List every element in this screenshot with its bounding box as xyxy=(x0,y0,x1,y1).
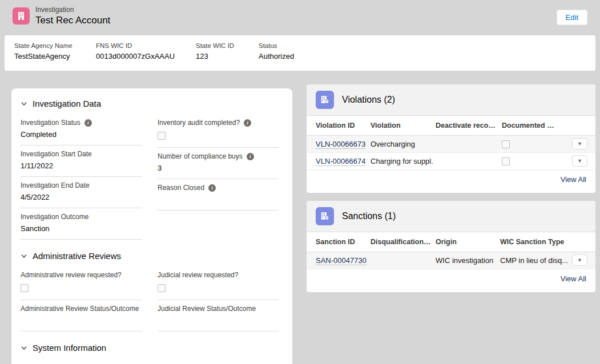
system-information-fields: Business Name Test Rec Account Created B… xyxy=(21,358,283,364)
field-label: Inventory audit completed? xyxy=(158,118,240,128)
field-label: State WIC ID xyxy=(196,42,234,49)
field-label: Investigation Start Date xyxy=(21,149,92,159)
checkbox[interactable] xyxy=(158,132,166,140)
view-all-link[interactable]: View All xyxy=(561,175,586,184)
field-label: Investigation End Date xyxy=(21,181,90,191)
field-value: 3 xyxy=(158,163,279,175)
building-table-icon xyxy=(319,211,331,222)
field-judicial-review-requested: Judicial review requested? xyxy=(158,266,279,300)
field-judicial-review-status-outcome: Judicial Review Status/Outcome xyxy=(158,300,279,331)
table-row: SAN-00047730 WIC investigation CMP in li… xyxy=(307,252,595,269)
field-label: FNS WIC ID xyxy=(96,42,175,49)
field-value xyxy=(158,194,279,206)
violation-cell: Overcharging xyxy=(368,135,433,152)
related-list-title: Violations (2) xyxy=(342,95,395,105)
table-row: VLN-00066673 Overcharging ▼ xyxy=(307,135,595,152)
field-administrative-review-status-outcome: Administrative Review Status/Outcome xyxy=(21,300,142,331)
field-label: Status xyxy=(259,42,294,49)
column-header-actions xyxy=(569,232,595,252)
field-value: 0013d000007zGxAAAU xyxy=(96,52,175,60)
section-investigation-data[interactable]: Investigation Data xyxy=(21,99,283,108)
violation-id-link[interactable]: VLN-00066673 xyxy=(316,140,365,149)
fields-column-left: Investigation Statusi Completed Investig… xyxy=(21,114,142,240)
sanctions-related-list-card: Sanctions (1) Sanction ID Disqualificati… xyxy=(307,201,595,292)
section-title: Administrative Reviews xyxy=(33,251,121,261)
section-administrative-reviews[interactable]: Administrative Reviews xyxy=(21,251,283,261)
info-icon[interactable]: i xyxy=(247,153,254,160)
section-title: System Information xyxy=(33,343,106,353)
column-header[interactable]: WIC Sanction Type xyxy=(498,232,569,252)
violations-card-header: Violations (2) xyxy=(307,84,595,116)
record-header-text: Investigation Test Rec Account xyxy=(35,6,110,26)
field-label: Reason Closed xyxy=(158,183,204,193)
field-label: State Agency Name xyxy=(14,42,73,49)
field-investigation-start-date: Investigation Start Date 1/11/2022 xyxy=(21,145,142,177)
info-icon[interactable]: i xyxy=(244,119,251,127)
edit-button[interactable]: Edit xyxy=(557,10,587,25)
origin-cell: WIC investigation xyxy=(433,252,498,269)
chevron-down-icon xyxy=(21,345,27,351)
column-header[interactable]: Sanction ID xyxy=(307,232,368,252)
highlight-state-wic-id: State WIC ID 123 xyxy=(196,42,234,60)
column-header[interactable]: Violation ID xyxy=(307,116,368,135)
sanctions-table: Sanction ID Disqualification D... Origin… xyxy=(307,232,595,269)
page-title: Test Rec Account xyxy=(35,15,110,26)
record-header: Investigation Test Rec Account Edit xyxy=(0,0,600,35)
building-table-icon xyxy=(319,94,331,106)
row-actions-button[interactable]: ▼ xyxy=(572,155,587,167)
record-page: Investigation Test Rec Account Edit Stat… xyxy=(0,0,600,364)
column-header[interactable]: Documented non-... xyxy=(500,116,558,135)
wic-sanction-type-cell: CMP in lieu of disq... xyxy=(498,252,569,269)
checkbox[interactable] xyxy=(502,157,510,165)
field-label: Judicial review requested? xyxy=(158,270,238,280)
section-system-information[interactable]: System Information xyxy=(21,343,283,353)
field-created-by: Created By TestStateAgencyUser2 Test2 , … xyxy=(158,358,279,364)
checkbox[interactable] xyxy=(21,284,29,292)
checkbox[interactable] xyxy=(158,284,166,292)
field-investigation-outcome: Investigation Outcome Sanction xyxy=(21,208,142,240)
violation-id-link[interactable]: VLN-00066674 xyxy=(316,157,365,166)
column-header-actions xyxy=(558,116,595,135)
sanctions-card-footer: View All xyxy=(307,269,595,289)
violations-related-list-card: Violations (2) Violation ID Violation De… xyxy=(307,84,595,193)
field-investigation-end-date: Investigation End Date 4/5/2022 xyxy=(21,177,142,208)
section-title: Investigation Data xyxy=(33,99,101,108)
table-header-row: Sanction ID Disqualification D... Origin… xyxy=(307,232,595,252)
row-actions-button[interactable]: ▼ xyxy=(572,254,587,266)
related-list-icon[interactable] xyxy=(316,207,334,225)
field-inventory-audit-completed: Inventory audit completed?i xyxy=(158,114,279,148)
field-label: Administrative review requested? xyxy=(21,270,122,280)
fields-column-left: Business Name Test Rec Account xyxy=(21,358,142,364)
field-value: Sanction xyxy=(21,223,142,235)
field-business-name: Business Name Test Rec Account xyxy=(21,358,142,364)
field-reason-closed: Reason Closedi xyxy=(158,179,279,211)
highlights-panel: State Agency Name TestStateAgency FNS WI… xyxy=(5,35,595,71)
column-header[interactable]: Origin xyxy=(433,232,498,252)
investigation-data-fields: Investigation Statusi Completed Investig… xyxy=(21,114,283,240)
field-value: 4/5/2022 xyxy=(21,192,142,204)
field-label: Administrative Review Status/Outcome xyxy=(21,304,139,314)
fields-column-right: Judicial review requested? Judicial Revi… xyxy=(158,266,279,331)
info-icon[interactable]: i xyxy=(208,184,216,192)
sanction-id-link[interactable]: SAN-00047730 xyxy=(316,256,367,265)
field-label: Number of compliance buys xyxy=(158,152,243,161)
column-header[interactable]: Deactivate record? xyxy=(433,116,500,135)
chevron-down-icon xyxy=(21,100,27,107)
highlight-state-agency-name: State Agency Name TestStateAgency xyxy=(14,42,73,60)
checkbox[interactable] xyxy=(502,140,510,148)
info-icon[interactable]: i xyxy=(84,119,92,127)
table-header-row: Violation ID Violation Deactivate record… xyxy=(307,116,595,135)
field-value: 1/11/2022 xyxy=(21,160,142,172)
column-header[interactable]: Violation xyxy=(368,116,433,135)
field-value: Authorized xyxy=(259,52,294,60)
row-actions-button[interactable]: ▼ xyxy=(572,138,587,149)
related-list-title: Sanctions (1) xyxy=(342,211,396,221)
column-header[interactable]: Disqualification D... xyxy=(368,232,433,252)
view-all-link[interactable]: View All xyxy=(561,274,586,283)
highlight-fns-wic-id: FNS WIC ID 0013d000007zGxAAAU xyxy=(96,42,175,60)
field-administrative-review-requested: Administrative review requested? xyxy=(21,266,142,300)
related-list-icon[interactable] xyxy=(316,91,334,109)
field-investigation-status: Investigation Statusi Completed xyxy=(21,114,142,145)
investigation-entity-icon xyxy=(13,7,30,25)
field-value xyxy=(158,315,279,327)
